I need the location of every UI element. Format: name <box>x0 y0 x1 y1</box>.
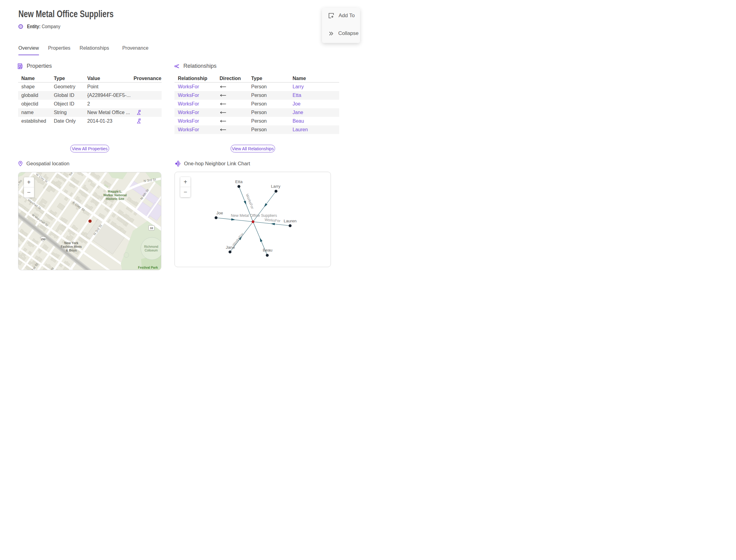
svg-text:Festival Park: Festival Park <box>138 266 158 269</box>
svg-text:Coliseum: Coliseum <box>144 249 158 252</box>
svg-text:Joe: Joe <box>217 211 223 215</box>
svg-text:New York: New York <box>64 241 78 245</box>
svg-text:Historic Site: Historic Site <box>106 197 124 201</box>
svg-text:Fashion Mens: Fashion Mens <box>61 245 82 248</box>
svg-text:Larry: Larry <box>271 184 281 189</box>
svg-text:WorksFor: WorksFor <box>231 232 244 247</box>
svg-text:Etta: Etta <box>235 179 243 184</box>
svg-text:Walker National: Walker National <box>103 194 127 197</box>
svg-text:New Metal Office Suppliers: New Metal Office Suppliers <box>231 213 277 218</box>
svg-text:& Boys: & Boys <box>66 249 77 252</box>
svg-text:WorksFor: WorksFor <box>264 217 281 223</box>
svg-text:Maggie L.: Maggie L. <box>108 190 122 193</box>
svg-text:33: 33 <box>150 227 153 230</box>
svg-text:Lauren: Lauren <box>284 219 297 223</box>
svg-text:Beau: Beau <box>263 248 273 252</box>
svg-text:Richmond: Richmond <box>144 245 158 248</box>
svg-text:250: 250 <box>41 238 45 241</box>
svg-text:WorksFor: WorksFor <box>245 193 255 209</box>
